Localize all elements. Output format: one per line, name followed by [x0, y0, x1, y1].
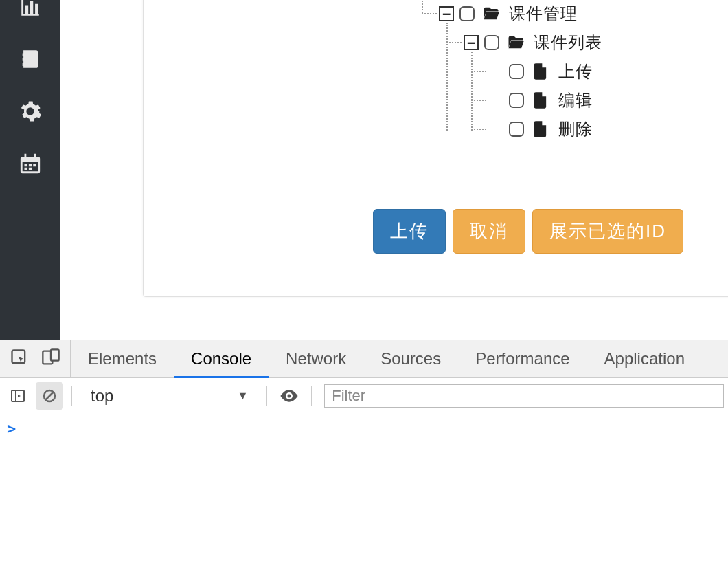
devtools-left-icons [0, 340, 71, 377]
tree-node-courseware-list[interactable]: 课件列表 [464, 28, 602, 57]
expander-spacer [488, 122, 503, 137]
tree-node-upload[interactable]: 上传 [488, 57, 602, 86]
tree-node-delete[interactable]: 删除 [488, 115, 602, 144]
upload-button[interactable]: 上传 [373, 209, 446, 254]
device-toggle-icon[interactable] [41, 348, 60, 370]
filter-input[interactable] [324, 384, 724, 408]
tree-label: 编辑 [558, 89, 593, 111]
toolbar-divider [71, 386, 72, 406]
file-icon [531, 62, 550, 81]
context-label: top [91, 386, 113, 406]
tab-console[interactable]: Console [174, 340, 269, 377]
file-icon [531, 120, 550, 139]
tree-label: 删除 [558, 118, 593, 140]
expand-minus-icon[interactable] [439, 6, 454, 21]
tree-node-edit[interactable]: 编辑 [488, 86, 602, 115]
tree-label: 课件列表 [534, 32, 602, 54]
checkbox[interactable] [484, 35, 499, 50]
toolbar-divider [266, 386, 267, 406]
checkbox[interactable] [509, 122, 524, 137]
button-row: 上传 取消 展示已选的ID [373, 209, 683, 254]
tree-label: 课件管理 [509, 3, 578, 25]
devtools-tabbar: Elements Console Network Sources Perform… [0, 340, 728, 378]
caret-down-icon: ▼ [237, 390, 248, 402]
file-icon [531, 91, 550, 110]
tab-sources[interactable]: Sources [363, 340, 458, 377]
expander-spacer [488, 64, 503, 79]
tab-network[interactable]: Network [269, 340, 363, 377]
tree-label: 上传 [558, 60, 593, 82]
checkbox[interactable] [459, 6, 475, 21]
gear-icon[interactable] [0, 85, 60, 137]
cancel-button[interactable]: 取消 [453, 209, 525, 254]
context-selector[interactable]: top ▼ [80, 382, 258, 410]
console-prompt-icon: > [7, 420, 16, 437]
folder-open-icon [506, 33, 525, 52]
checkbox[interactable] [509, 93, 524, 108]
tab-application[interactable]: Application [587, 340, 702, 377]
checkbox[interactable] [509, 64, 524, 79]
toolbar-divider [311, 386, 312, 406]
expander-spacer [488, 93, 503, 108]
permission-tree: 版本管理 课件管理 [439, 0, 602, 144]
expand-minus-icon[interactable] [464, 35, 479, 50]
show-ids-button[interactable]: 展示已选的ID [532, 209, 683, 254]
app-main: 版本管理 课件管理 [60, 0, 728, 340]
sidebar [0, 0, 60, 340]
live-expression-icon[interactable] [275, 382, 303, 410]
inspect-icon[interactable] [10, 348, 29, 370]
devtools-panel: Elements Console Network Sources Perform… [0, 340, 728, 587]
devtools-toolbar: top ▼ [0, 378, 728, 414]
content-card: 版本管理 课件管理 [143, 0, 728, 297]
svg-rect-2 [51, 349, 59, 360]
tab-elements[interactable]: Elements [71, 340, 174, 377]
chart-icon[interactable] [0, 0, 60, 33]
console-output[interactable]: > [0, 414, 728, 587]
clear-console-icon[interactable] [36, 382, 63, 410]
tab-performance[interactable]: Performance [458, 340, 587, 377]
contacts-icon[interactable] [0, 33, 60, 85]
sidebar-toggle-icon[interactable] [4, 382, 32, 410]
folder-open-icon [481, 4, 501, 23]
svg-rect-0 [12, 351, 25, 364]
app-area: 版本管理 课件管理 [0, 0, 728, 340]
tree-node-courseware[interactable]: 课件管理 [439, 0, 602, 28]
calendar-icon[interactable] [0, 137, 60, 190]
